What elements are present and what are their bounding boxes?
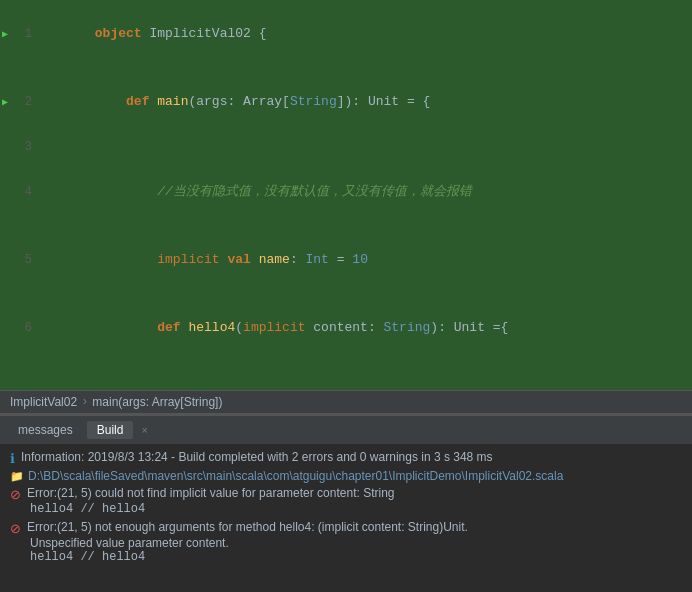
gutter-1: ▶ 1 bbox=[0, 0, 40, 68]
tab-build[interactable]: Build bbox=[87, 421, 134, 439]
panel-content: ℹ Information: 2019/8/3 13:24 - Build co… bbox=[0, 444, 692, 592]
file-line[interactable]: 📁 D:\BD\scala\fileSaved\maven\src\main\s… bbox=[8, 469, 684, 483]
error-icon-1: ⊘ bbox=[10, 487, 21, 502]
gutter-6: 6 bbox=[0, 294, 40, 362]
build-info-line: ℹ Information: 2019/8/3 13:24 - Build co… bbox=[8, 450, 684, 466]
tab-close[interactable]: × bbox=[141, 424, 147, 436]
code-line-5: 5 implicit val name: Int = 10 bbox=[0, 226, 692, 294]
tab-messages[interactable]: messages bbox=[8, 421, 83, 439]
code-line-7: 7 println("Hello4" + content) bbox=[0, 362, 692, 390]
breadcrumb-class[interactable]: ImplicitVal02 bbox=[10, 395, 77, 409]
error-main-1: ⊘ Error:(21, 5) could not find implicit … bbox=[8, 486, 684, 502]
panel-tabs: messages Build × bbox=[0, 416, 692, 444]
build-info-text: Information: 2019/8/3 13:24 - Build comp… bbox=[21, 450, 493, 464]
line-content-2: def main(args: Array[String]): Unit = { bbox=[40, 68, 692, 136]
line-content-5: implicit val name: Int = 10 bbox=[40, 226, 692, 294]
error-icon-2: ⊘ bbox=[10, 521, 21, 536]
error-text-1: Error:(21, 5) could not find implicit va… bbox=[27, 486, 395, 500]
folder-icon: 📁 bbox=[10, 470, 24, 483]
breadcrumb-bar: ImplicitVal02 › main(args: Array[String]… bbox=[0, 390, 692, 414]
error-group-1: ⊘ Error:(21, 5) could not find implicit … bbox=[8, 486, 684, 516]
bottom-panel: messages Build × ℹ Information: 2019/8/3… bbox=[0, 414, 692, 592]
gutter-7: 7 bbox=[0, 362, 40, 390]
line-content-1: object ImplicitVal02 { bbox=[40, 0, 692, 68]
error-detail-2: Unspecified value parameter content. bbox=[8, 536, 684, 550]
code-line-1: ▶ 1 object ImplicitVal02 { bbox=[0, 0, 692, 68]
code-line-4: 4 //当没有隐式值，没有默认值，又没有传值，就会报错 bbox=[0, 158, 692, 226]
error-group-2: ⊘ Error:(21, 5) not enough arguments for… bbox=[8, 520, 684, 564]
error-text-2: Error:(21, 5) not enough arguments for m… bbox=[27, 520, 468, 534]
gutter-4: 4 bbox=[0, 158, 40, 226]
code-line-6: 6 def hello4(implicit content: String): … bbox=[0, 294, 692, 362]
line-content-6: def hello4(implicit content: String): Un… bbox=[40, 294, 692, 362]
line-content-3 bbox=[40, 136, 692, 158]
gutter-5: 5 bbox=[0, 226, 40, 294]
gutter-3: 3 bbox=[0, 136, 40, 158]
breadcrumb-sep: › bbox=[81, 395, 88, 409]
line-content-7: println("Hello4" + content) bbox=[40, 362, 692, 390]
error-sub-2: hello4 // hello4 bbox=[8, 550, 684, 564]
code-editor[interactable]: ▶ 1 object ImplicitVal02 { ▶ 2 def main(… bbox=[0, 0, 692, 390]
code-line-2: ▶ 2 def main(args: Array[String]): Unit … bbox=[0, 68, 692, 136]
error-main-2: ⊘ Error:(21, 5) not enough arguments for… bbox=[8, 520, 684, 536]
line-content-4: //当没有隐式值，没有默认值，又没有传值，就会报错 bbox=[40, 158, 692, 226]
breadcrumb-method[interactable]: main(args: Array[String]) bbox=[92, 395, 222, 409]
info-icon: ℹ bbox=[10, 451, 15, 466]
run-arrow-1[interactable]: ▶ bbox=[2, 28, 8, 40]
gutter-2: ▶ 2 bbox=[0, 68, 40, 136]
error-sub-1: hello4 // hello4 bbox=[8, 502, 684, 516]
code-line-3: 3 bbox=[0, 136, 692, 158]
run-arrow-2[interactable]: ▶ bbox=[2, 96, 8, 108]
file-path-text: D:\BD\scala\fileSaved\maven\src\main\sca… bbox=[28, 469, 563, 483]
